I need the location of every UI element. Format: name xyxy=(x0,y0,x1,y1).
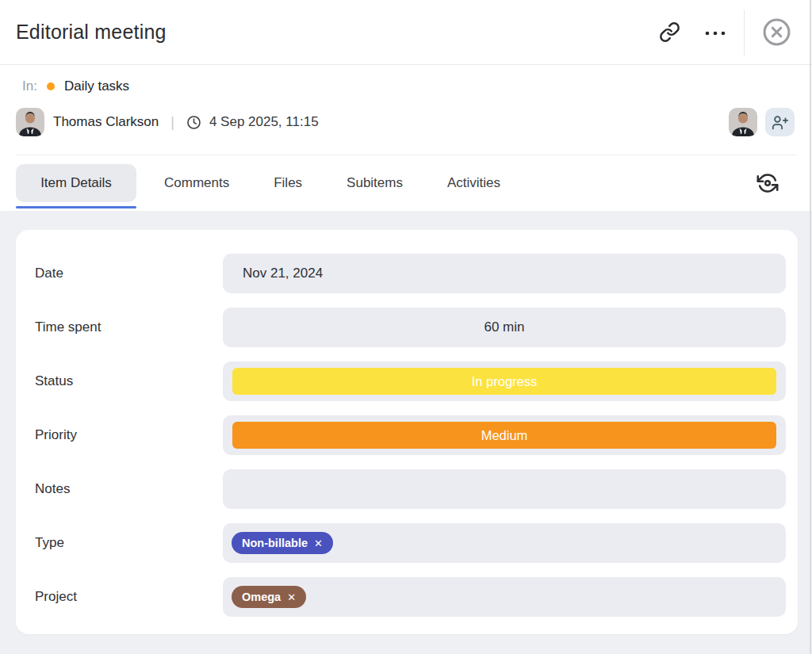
field-label-notes: Notes xyxy=(35,481,223,497)
close-button[interactable] xyxy=(757,13,796,52)
tab-item-details[interactable]: Item Details xyxy=(16,164,136,202)
ellipsis-icon xyxy=(703,23,728,42)
fields-card: DateNov 21, 2024Time spent60 minStatusIn… xyxy=(16,230,798,634)
list-color-dot xyxy=(47,82,55,90)
field-row-priority: PriorityMedium xyxy=(35,415,786,455)
field-label-type: Type xyxy=(35,535,223,551)
bar-label: Medium xyxy=(481,428,528,443)
field-value-notes[interactable] xyxy=(223,469,786,509)
tab-content: DateNov 21, 2024Time spent60 minStatusIn… xyxy=(0,211,812,654)
field-row-status: StatusIn progress xyxy=(35,361,786,401)
task-detail-panel: Editorial meeting xyxy=(0,0,812,654)
header-actions xyxy=(654,10,796,55)
created-timestamp: 4 Sep 2025, 11:15 xyxy=(209,114,319,130)
field-row-date: DateNov 21, 2024 xyxy=(35,254,786,293)
field-text-value: Nov 21, 2024 xyxy=(223,266,323,281)
link-icon xyxy=(659,21,680,43)
author-row: Thomas Clarkson | 4 Sep 2025, 11:15 xyxy=(16,108,796,136)
tab-activities[interactable]: Activities xyxy=(447,175,500,191)
chip-label: Omega xyxy=(242,591,281,603)
sync-button[interactable] xyxy=(753,169,782,197)
field-text-value: 60 min xyxy=(223,319,786,335)
field-value-priority[interactable]: Medium xyxy=(223,415,786,455)
add-assignee-button[interactable] xyxy=(765,108,795,136)
field-value-type[interactable]: Non-billable✕ xyxy=(223,523,786,563)
field-value-time-spent[interactable]: 60 min xyxy=(223,308,786,347)
assignee-group xyxy=(729,108,795,136)
field-label-priority: Priority xyxy=(35,427,223,443)
copy-link-button[interactable] xyxy=(654,17,685,48)
type-chip[interactable]: Non-billable✕ xyxy=(232,532,333,554)
more-options-button[interactable] xyxy=(698,18,733,47)
field-row-project: ProjectOmega✕ xyxy=(35,577,786,617)
meta-separator: | xyxy=(170,114,174,131)
field-value-date[interactable]: Nov 21, 2024 xyxy=(223,254,786,293)
chip-remove-icon[interactable]: ✕ xyxy=(287,592,296,602)
chip-label: Non-billable xyxy=(242,537,308,549)
author-name: Thomas Clarkson xyxy=(53,114,159,130)
project-chip[interactable]: Omega✕ xyxy=(232,586,306,608)
field-row-time-spent: Time spent60 min xyxy=(35,308,786,347)
close-icon xyxy=(762,17,791,47)
field-value-project[interactable]: Omega✕ xyxy=(223,577,786,617)
header-divider xyxy=(744,10,745,55)
list-breadcrumb: In: Daily tasks xyxy=(16,76,796,97)
status-bar[interactable]: In progress xyxy=(232,368,776,395)
tab-files[interactable]: Files xyxy=(274,175,302,191)
chip-remove-icon[interactable]: ✕ xyxy=(314,538,323,549)
list-name[interactable]: Daily tasks xyxy=(64,78,129,94)
field-row-type: TypeNon-billable✕ xyxy=(35,523,786,563)
sync-icon xyxy=(756,172,779,194)
assignee-avatar[interactable] xyxy=(729,108,757,136)
field-label-status: Status xyxy=(35,373,223,389)
page-title: Editorial meeting xyxy=(16,21,167,44)
field-value-status[interactable]: In progress xyxy=(223,361,786,401)
user-plus-icon xyxy=(772,114,788,131)
in-label: In: xyxy=(22,78,37,94)
tab-comments[interactable]: Comments xyxy=(164,175,229,191)
bar-label: In progress xyxy=(472,374,538,389)
tabs-list: Item DetailsCommentsFilesSubitemsActivit… xyxy=(16,155,500,211)
tab-bar: Item DetailsCommentsFilesSubitemsActivit… xyxy=(0,155,812,211)
author-avatar xyxy=(16,108,44,136)
meta-section: In: Daily tasks Thomas Clarkson | xyxy=(0,65,812,155)
field-row-notes: Notes xyxy=(35,469,786,509)
priority-bar[interactable]: Medium xyxy=(232,422,776,449)
clock-icon xyxy=(186,115,201,130)
field-label-time-spent: Time spent xyxy=(35,319,223,335)
tab-subitems[interactable]: Subitems xyxy=(347,175,403,191)
field-label-project: Project xyxy=(35,589,223,605)
scrollbar[interactable] xyxy=(810,0,811,654)
field-label-date: Date xyxy=(35,266,223,281)
header: Editorial meeting xyxy=(0,0,812,65)
